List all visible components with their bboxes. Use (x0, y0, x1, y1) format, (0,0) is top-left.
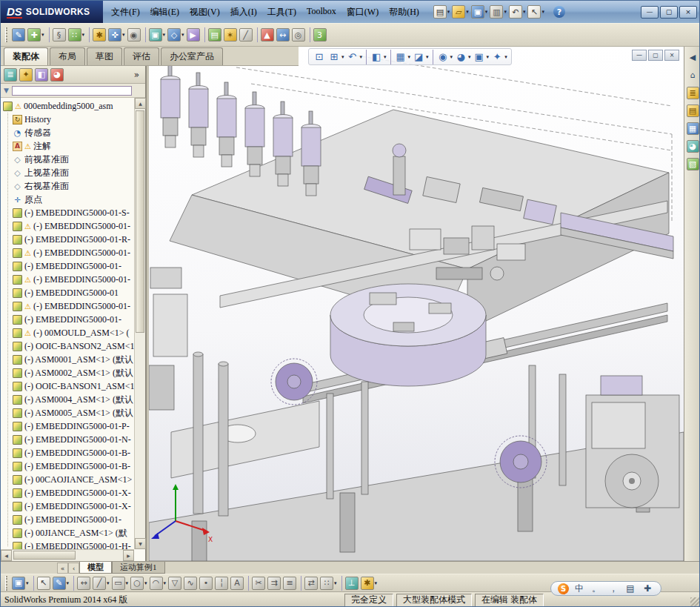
view-settings-icon[interactable]: ✦ ▾ (490, 50, 507, 64)
undo-icon[interactable]: ↶ ▾ (509, 5, 526, 19)
menu-item[interactable]: Toolbox (301, 3, 341, 21)
tree-vertical-scrollbar[interactable] (134, 98, 145, 549)
open-icon[interactable]: ▱ ▾ (452, 5, 469, 19)
new-motion-study-icon[interactable]: ▶ ▾ (187, 28, 200, 42)
section-view-icon[interactable]: ◧ ▾ (364, 50, 387, 64)
mirror-entities-icon[interactable]: ⇄ ▾ (299, 576, 318, 591)
file-explorer-icon[interactable]: ▤ (687, 105, 699, 117)
scroll-left-icon[interactable] (1, 550, 12, 561)
mate-icon[interactable]: § ▾ (47, 27, 66, 42)
sogou-logo-icon[interactable]: S (558, 583, 569, 594)
menu-item[interactable]: 窗口(W) (341, 3, 384, 21)
propertymanager-tab-icon[interactable]: ✦ (19, 68, 33, 82)
dropdown-arrow-icon[interactable]: ▾ (181, 32, 184, 38)
dropdown-arrow-icon[interactable]: ▾ (164, 580, 167, 586)
menu-item[interactable]: 工具(T) (262, 3, 301, 21)
scroll-up-icon[interactable] (135, 98, 146, 109)
dropdown-arrow-icon[interactable]: ▾ (504, 9, 507, 15)
help-icon[interactable]: ? (553, 6, 565, 18)
toolbar-grip[interactable] (5, 27, 7, 42)
scrollbar-thumb[interactable] (136, 110, 144, 333)
tree-item[interactable]: (-) ASM0004_ASM<1> (默认 (3, 393, 134, 406)
apply-scene-icon[interactable]: ▣ ▾ (473, 50, 490, 64)
chinese-mode-icon[interactable]: 中 (573, 582, 586, 595)
document-tab[interactable]: 模型 (79, 562, 112, 574)
assembly-features-icon[interactable]: ▣ ▾ (143, 27, 166, 42)
toolbar-grip[interactable] (5, 576, 7, 591)
tree-item[interactable]: (-) 00MOULD_ASM<1> ( (3, 326, 134, 339)
select-cursor-icon[interactable]: ↖ ▾ (527, 5, 544, 19)
show-hidden-components-icon[interactable]: ◉ ▾ (127, 28, 141, 42)
offset-entities-icon[interactable]: ≡ ▾ (283, 577, 296, 590)
resize-grip[interactable] (690, 597, 700, 607)
tree-horizontal-scrollbar[interactable] (1, 549, 134, 561)
manager-tabs-overflow-chevron[interactable]: » (134, 70, 142, 80)
interference-detection-icon[interactable]: ▲ ▾ (255, 27, 274, 42)
menu-item[interactable]: 视图(V) (184, 3, 225, 21)
prev-tab-button[interactable]: ‹ (68, 563, 79, 574)
menu-item[interactable]: 插入(I) (225, 3, 262, 21)
centerline-icon[interactable]: ╎ ▾ (215, 577, 228, 590)
text-icon[interactable]: A ▾ (230, 577, 244, 590)
tree-item[interactable]: 右视基准面 (3, 179, 134, 193)
quick-snaps-icon[interactable]: ✱ ▾ (361, 577, 378, 590)
dropdown-arrow-icon[interactable]: ▾ (107, 580, 110, 586)
design-library-icon[interactable]: ≣ (687, 87, 699, 99)
doc-minimize-button[interactable]: — (632, 50, 647, 61)
linear-sketch-pattern-icon[interactable]: ∷ ▾ (320, 577, 337, 590)
tree-item[interactable]: (-) EMBEDDING5000-01- (3, 259, 134, 273)
task-pane-collapse-icon[interactable]: ◀ (687, 51, 699, 64)
punctuation-icon[interactable]: 。 (590, 582, 603, 595)
dropdown-arrow-icon[interactable]: ▾ (541, 9, 544, 15)
appearances-icon[interactable]: ◕ (687, 140, 699, 153)
tree-item[interactable]: (-) EMBEDDING5000-01-P- (3, 419, 134, 433)
dropdown-arrow-icon[interactable]: ▾ (26, 580, 29, 586)
menu-item[interactable]: 帮助(H) (384, 3, 424, 21)
dropdown-arrow-icon[interactable]: ▾ (466, 9, 469, 15)
dropdown-arrow-icon[interactable]: ▾ (426, 54, 429, 60)
displaymanager-tab-icon[interactable]: ◕ (50, 68, 64, 82)
tree-item[interactable]: History (3, 113, 134, 126)
custom-properties-icon[interactable]: ▧ (687, 158, 699, 170)
tree-item[interactable]: (-) 00CAOJIANCE_ASM<1> (3, 473, 134, 486)
scroll-down-icon[interactable] (135, 538, 146, 549)
dropdown-arrow-icon[interactable]: ▾ (450, 54, 453, 60)
move-component-icon[interactable]: ✜ ▾ (108, 28, 125, 42)
fullwidth-icon[interactable]: ， (607, 582, 620, 595)
tree-item[interactable]: (-) EMBEDDING5000-01-N- (3, 433, 134, 446)
tree-item[interactable]: (-) EMBEDDING5000-01-B- (3, 446, 134, 460)
tree-item[interactable]: (-) EMBEDDING5000-01- (3, 299, 134, 313)
tree-item[interactable]: 原点 (3, 193, 134, 206)
new-document-icon[interactable]: ▤ ▾ (433, 5, 450, 19)
dropdown-arrow-icon[interactable]: ▾ (82, 32, 85, 38)
featuremanager-tab-icon[interactable]: ≣ (4, 68, 17, 82)
trim-entities-icon[interactable]: ✂ ▾ (246, 576, 265, 591)
close-button[interactable]: × (679, 6, 697, 19)
dropdown-arrow-icon[interactable]: ▾ (375, 580, 378, 586)
zoom-fit-icon[interactable]: ⊡ ▾ (313, 50, 326, 64)
exploded-view-icon[interactable]: ✶ ▾ (224, 28, 237, 42)
tree-item[interactable]: (-) EMBEDDING5000-01- (3, 246, 134, 259)
convert-entities-icon[interactable]: ⇉ ▾ (267, 577, 281, 590)
solidworks-resources-icon[interactable]: ⌂ (687, 69, 699, 82)
dropdown-arrow-icon[interactable]: ▾ (334, 580, 337, 586)
configurationmanager-tab-icon[interactable]: ◧ (35, 68, 48, 82)
dropdown-arrow-icon[interactable]: ▾ (341, 54, 344, 60)
scrollbar-thumb[interactable] (13, 551, 76, 560)
command-tab[interactable]: 评估 (124, 47, 159, 65)
tree-item[interactable]: (-) ASM0001_ASM<1> (默认 (3, 353, 134, 366)
dropdown-arrow-icon[interactable]: ▾ (126, 580, 129, 586)
command-tab[interactable]: 布局 (50, 47, 85, 65)
tree-item[interactable]: (-) EMBEDDING5000-01- (3, 273, 134, 286)
print-icon[interactable]: ▥ ▾ (490, 5, 507, 19)
explode-line-sketch-icon[interactable]: ╱ ▾ (239, 28, 253, 42)
dropdown-arrow-icon[interactable]: ▾ (163, 32, 166, 38)
select-cursor-icon[interactable]: ↖ ▾ (31, 576, 50, 591)
dropdown-arrow-icon[interactable]: ▾ (487, 54, 490, 60)
menu-item[interactable]: 文件(F) (106, 3, 145, 21)
first-tab-button[interactable]: « (57, 563, 68, 574)
tree-item[interactable]: (-) EMBEDDING5000-01-B- (3, 460, 134, 473)
dropdown-arrow-icon[interactable]: ▾ (485, 9, 488, 15)
tree-root-item[interactable]: 000embedding5000_asm (3, 99, 134, 113)
tree-item[interactable]: 传感器 (3, 126, 134, 139)
